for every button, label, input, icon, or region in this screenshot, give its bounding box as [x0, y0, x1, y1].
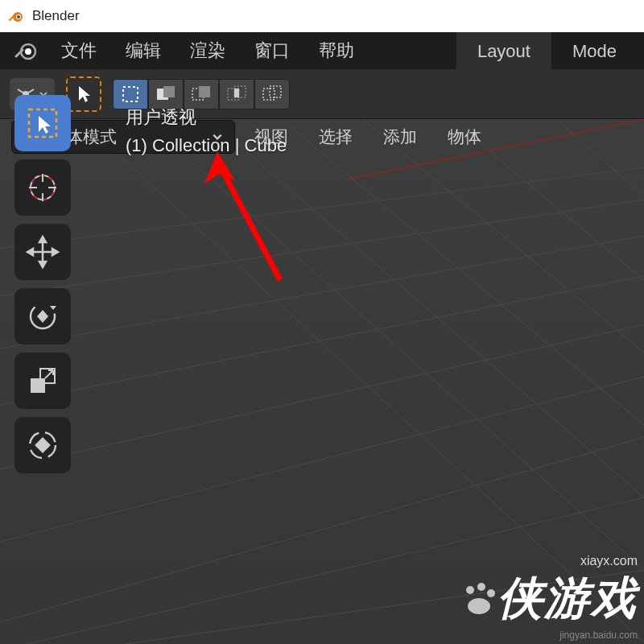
svg-rect-10 [199, 86, 210, 97]
svg-line-50 [217, 161, 280, 280]
viewport-menu-object[interactable]: 物体 [436, 121, 493, 153]
svg-point-51 [466, 586, 474, 594]
tool-rotate[interactable] [14, 288, 71, 345]
menu-file[interactable]: 文件 [47, 34, 111, 68]
svg-rect-15 [270, 86, 281, 97]
menu-render[interactable]: 渲染 [175, 34, 240, 68]
svg-rect-8 [163, 86, 175, 97]
tool-transform[interactable] [14, 417, 71, 473]
svg-point-53 [487, 589, 495, 597]
watermark-sub: jingyan.baidu.com [460, 630, 638, 641]
watermark: xiayx.com 侠游戏 jingyan.baidu.com [460, 554, 638, 641]
svg-point-54 [468, 598, 490, 614]
tool-cursor[interactable] [14, 159, 71, 216]
viewport-header: 物体模式 视图 选择 添加 物体 [11, 119, 644, 155]
viewport-menu-add[interactable]: 添加 [372, 121, 428, 153]
tab-layout[interactable]: Layout [456, 32, 551, 69]
perspective-label: 用户透视 [126, 103, 287, 131]
tool-scale[interactable] [14, 353, 71, 409]
window-title: Blender [32, 8, 80, 24]
svg-point-52 [477, 583, 485, 591]
titlebar: Blender [0, 0, 644, 32]
svg-rect-46 [31, 378, 45, 393]
watermark-text: 侠游戏 [497, 568, 638, 630]
menu-edit[interactable]: 编辑 [111, 34, 175, 68]
svg-rect-6 [123, 87, 138, 101]
annotation-arrow [201, 151, 314, 296]
tool-move[interactable] [14, 224, 71, 280]
svg-point-2 [17, 15, 20, 19]
svg-point-4 [25, 48, 31, 55]
cursor-tool-button[interactable] [66, 76, 101, 112]
svg-rect-49 [35, 437, 51, 453]
toolbar [0, 69, 644, 119]
svg-rect-14 [263, 89, 275, 100]
menubar: 文件 编辑 渲染 窗口 帮助 Layout Mode [0, 32, 644, 69]
paw-icon [460, 580, 497, 617]
svg-rect-13 [234, 89, 239, 97]
menu-window[interactable]: 窗口 [240, 34, 304, 68]
menu-help[interactable]: 帮助 [304, 34, 369, 68]
blender-icon[interactable] [6, 32, 47, 69]
blender-logo-icon [8, 7, 26, 25]
tab-modeling[interactable]: Mode [551, 32, 638, 69]
tool-select-box[interactable] [14, 95, 71, 151]
tool-sidebar [14, 95, 71, 473]
viewport-menu-select[interactable]: 选择 [308, 121, 364, 153]
watermark-url: xiayx.com [460, 554, 638, 568]
